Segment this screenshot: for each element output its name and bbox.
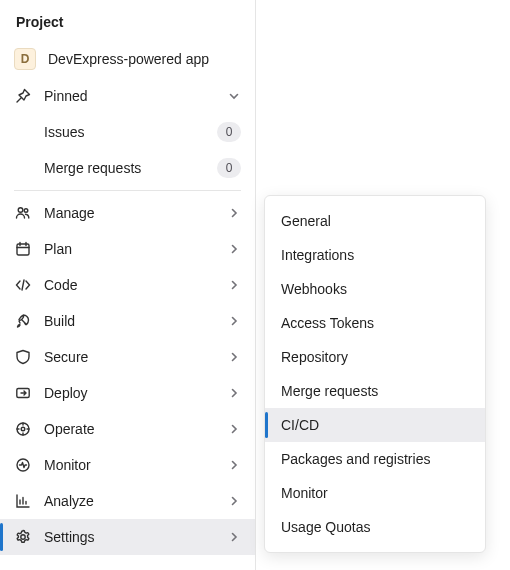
nav-label: Deploy — [44, 385, 215, 401]
flyout-item-monitor[interactable]: Monitor — [265, 476, 485, 510]
rocket-icon — [14, 312, 32, 330]
chevron-right-icon — [227, 314, 241, 328]
shield-icon — [14, 348, 32, 366]
sidebar-item-deploy[interactable]: Deploy — [0, 375, 255, 411]
sidebar-item-code[interactable]: Code — [0, 267, 255, 303]
project-name: DevExpress-powered app — [48, 51, 241, 67]
pinned-item-label: Merge requests — [44, 160, 205, 176]
sidebar-item-monitor[interactable]: Monitor — [0, 447, 255, 483]
sidebar-item-build[interactable]: Build — [0, 303, 255, 339]
pinned-label: Pinned — [44, 88, 215, 104]
chevron-right-icon — [227, 206, 241, 220]
sidebar-item-analyze[interactable]: Analyze — [0, 483, 255, 519]
project-avatar: D — [14, 48, 36, 70]
nav-label: Settings — [44, 529, 215, 545]
nav-label: Plan — [44, 241, 215, 257]
flyout-item-cicd[interactable]: CI/CD — [265, 408, 485, 442]
deploy-icon — [14, 384, 32, 402]
chevron-right-icon — [227, 386, 241, 400]
count-badge: 0 — [217, 158, 241, 178]
nav-label: Secure — [44, 349, 215, 365]
sidebar-divider — [14, 190, 241, 191]
flyout-item-merge-requests[interactable]: Merge requests — [265, 374, 485, 408]
sidebar-item-secure[interactable]: Secure — [0, 339, 255, 375]
chevron-right-icon — [227, 494, 241, 508]
svg-point-5 — [21, 427, 25, 431]
sidebar-item-operate[interactable]: Operate — [0, 411, 255, 447]
calendar-icon — [14, 240, 32, 258]
pinned-item-label: Issues — [44, 124, 205, 140]
flyout-item-packages[interactable]: Packages and registries — [265, 442, 485, 476]
svg-point-1 — [24, 209, 28, 213]
project-selector[interactable]: D DevExpress-powered app — [0, 40, 255, 78]
nav-label: Operate — [44, 421, 215, 437]
nav-label: Manage — [44, 205, 215, 221]
pinned-item-issues[interactable]: Issues 0 — [0, 114, 255, 150]
svg-point-0 — [18, 208, 23, 213]
nav-label: Analyze — [44, 493, 215, 509]
chevron-right-icon — [227, 422, 241, 436]
flyout-item-repository[interactable]: Repository — [265, 340, 485, 374]
flyout-item-general[interactable]: General — [265, 204, 485, 238]
nav-label: Monitor — [44, 457, 215, 473]
sidebar-item-plan[interactable]: Plan — [0, 231, 255, 267]
pinned-item-merge-requests[interactable]: Merge requests 0 — [0, 150, 255, 186]
gear-icon — [14, 528, 32, 546]
chevron-right-icon — [227, 530, 241, 544]
svg-rect-2 — [17, 244, 29, 255]
flyout-item-access-tokens[interactable]: Access Tokens — [265, 306, 485, 340]
monitor-icon — [14, 456, 32, 474]
sidebar-heading: Project — [0, 10, 255, 40]
sidebar-item-manage[interactable]: Manage — [0, 195, 255, 231]
chevron-right-icon — [227, 458, 241, 472]
nav-label: Build — [44, 313, 215, 329]
flyout-item-webhooks[interactable]: Webhooks — [265, 272, 485, 306]
flyout-item-usage-quotas[interactable]: Usage Quotas — [265, 510, 485, 544]
sidebar-item-pinned[interactable]: Pinned — [0, 78, 255, 114]
svg-point-7 — [21, 535, 25, 539]
pin-icon — [14, 87, 32, 105]
count-badge: 0 — [217, 122, 241, 142]
nav-label: Code — [44, 277, 215, 293]
sidebar-item-settings[interactable]: Settings — [0, 519, 255, 555]
chart-icon — [14, 492, 32, 510]
chevron-right-icon — [227, 278, 241, 292]
flyout-item-integrations[interactable]: Integrations — [265, 238, 485, 272]
settings-flyout: General Integrations Webhooks Access Tok… — [264, 195, 486, 553]
chevron-down-icon — [227, 89, 241, 103]
operate-icon — [14, 420, 32, 438]
chevron-right-icon — [227, 242, 241, 256]
chevron-right-icon — [227, 350, 241, 364]
code-icon — [14, 276, 32, 294]
project-sidebar: Project D DevExpress-powered app Pinned … — [0, 0, 256, 570]
users-icon — [14, 204, 32, 222]
